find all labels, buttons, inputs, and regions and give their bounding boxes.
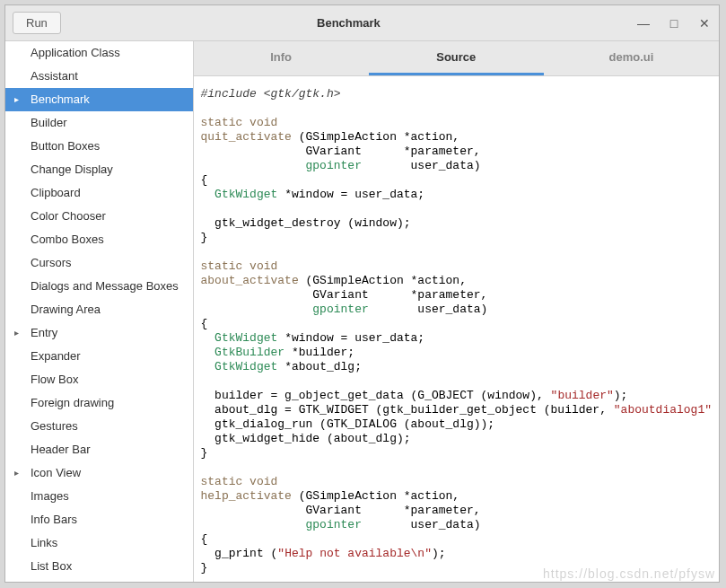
sidebar-item-label: Entry [31, 326, 57, 339]
code-keyword: static void [201, 116, 278, 129]
tab-bar: InfoSourcedemo.ui [194, 41, 720, 76]
demo-list[interactable]: Application ClassAssistant▸BenchmarkBuil… [5, 41, 194, 582]
code-brace: { [201, 532, 208, 546]
code-text: g_print ( [201, 547, 278, 560]
sidebar-item-label: Change Display [31, 162, 113, 176]
sidebar-item-label: Drawing Area [31, 303, 101, 316]
sidebar-item-label: Icon View [31, 466, 81, 479]
sidebar-item-label: Gestures [31, 419, 78, 433]
code-type: gpointer [201, 518, 362, 531]
sidebar-item-gestures[interactable]: Gestures [5, 415, 193, 438]
sidebar-item-label: Builder [31, 116, 66, 129]
code-type: GtkWidget [201, 360, 278, 373]
close-icon[interactable]: ✕ [697, 16, 712, 31]
code-func-about: about_activate [201, 274, 299, 287]
expand-icon: ▸ [14, 465, 19, 481]
code-text: about_dlg = GTK_WIDGET (gtk_builder_get_… [201, 403, 614, 417]
code-text: (GSimpleAction *action, [299, 274, 467, 287]
code-type: GtkWidget [201, 331, 278, 345]
sidebar-item-links[interactable]: Links [5, 531, 193, 555]
sidebar-item-menus[interactable]: Menus [5, 578, 193, 582]
minimize-icon[interactable]: — [636, 16, 651, 31]
sidebar-item-label: Links [31, 536, 57, 549]
sidebar-item-flow-box[interactable]: Flow Box [5, 368, 193, 391]
code-type: GtkBuilder [201, 346, 285, 359]
sidebar-item-label: Combo Boxes [31, 233, 104, 246]
sidebar-item-label: Color Chooser [31, 209, 106, 223]
sidebar-item-label: Expander [31, 349, 81, 363]
sidebar-item-label: Cursors [31, 256, 72, 269]
code-keyword: static void [201, 475, 278, 488]
code-string: "aboutdialog1" [614, 403, 712, 417]
code-keyword: static void [201, 259, 278, 273]
code-text: user_data) [362, 518, 481, 531]
expand-icon: ▸ [14, 325, 19, 341]
code-brace: { [201, 173, 208, 187]
app-window: Run Benchmark — □ ✕ Application ClassAss… [4, 4, 720, 583]
sidebar-item-label: Assistant [31, 69, 78, 83]
sidebar-item-drawing-area[interactable]: Drawing Area [5, 298, 193, 321]
window-controls: — □ ✕ [636, 16, 712, 31]
sidebar-item-label: Header Bar [31, 443, 90, 456]
sidebar-item-expander[interactable]: Expander [5, 345, 193, 368]
sidebar-item-button-boxes[interactable]: Button Boxes [5, 135, 193, 158]
code-text: GVariant *parameter, [201, 145, 481, 158]
code-string: "builder" [551, 389, 614, 402]
sidebar-item-clipboard[interactable]: Clipboard [5, 181, 193, 205]
code-brace: { [201, 317, 208, 330]
sidebar-item-images[interactable]: Images [5, 485, 193, 508]
code-brace: } [201, 446, 208, 460]
code-include: #include <gtk/gtk.h> [201, 87, 341, 101]
code-text: ); [432, 547, 446, 560]
code-text: *window = user_data; [277, 331, 424, 345]
sidebar-item-entry[interactable]: ▸Entry [5, 321, 193, 345]
sidebar-item-label: Foreign drawing [31, 396, 114, 409]
code-text: *builder; [284, 346, 354, 359]
content-area: Application ClassAssistant▸BenchmarkBuil… [5, 41, 719, 582]
code-func-quit: quit_activate [201, 130, 292, 144]
sidebar-item-info-bars[interactable]: Info Bars [5, 508, 193, 531]
window-title: Benchmark [61, 16, 636, 30]
sidebar-item-label: Button Boxes [31, 139, 100, 153]
sidebar-item-assistant[interactable]: Assistant [5, 65, 193, 88]
code-text: GVariant *parameter, [201, 504, 481, 517]
sidebar-item-label: Benchmark [31, 92, 90, 106]
sidebar-item-builder[interactable]: Builder [5, 111, 193, 135]
code-text: (GSimpleAction *action, [292, 489, 459, 503]
sidebar-item-label: Dialogs and Message Boxes [31, 279, 179, 293]
sidebar-item-foreign-drawing[interactable]: Foreign drawing [5, 391, 193, 415]
sidebar-item-dialogs-and-message-boxes[interactable]: Dialogs and Message Boxes [5, 275, 193, 298]
code-string: "Help not available\n" [277, 547, 432, 560]
sidebar-item-benchmark[interactable]: ▸Benchmark [5, 88, 193, 111]
code-text: *about_dlg; [277, 360, 362, 373]
tab-info[interactable]: Info [194, 41, 369, 75]
tab-source[interactable]: Source [369, 41, 544, 75]
code-text: gtk_dialog_run (GTK_DIALOG (about_dlg)); [201, 417, 495, 431]
maximize-icon[interactable]: □ [667, 16, 681, 31]
sidebar-item-application-class[interactable]: Application Class [5, 41, 193, 65]
sidebar-item-cursors[interactable]: Cursors [5, 251, 193, 275]
run-button[interactable]: Run [13, 12, 61, 34]
code-text: gtk_widget_hide (about_dlg); [201, 432, 411, 445]
code-text: gtk_widget_destroy (window); [201, 216, 411, 230]
sidebar-item-label: Clipboard [31, 186, 81, 199]
sidebar-item-header-bar[interactable]: Header Bar [5, 438, 193, 461]
sidebar-item-list-box[interactable]: List Box [5, 555, 193, 578]
sidebar-item-combo-boxes[interactable]: Combo Boxes [5, 228, 193, 251]
code-type: GtkWidget [201, 188, 278, 201]
code-type: gpointer [201, 159, 362, 172]
code-text: *window = user_data; [277, 188, 424, 201]
sidebar-item-label: List Box [31, 559, 72, 573]
code-brace: } [201, 231, 208, 244]
code-text: (GSimpleAction *action, [292, 130, 459, 144]
sidebar-item-color-chooser[interactable]: Color Chooser [5, 205, 193, 228]
tab-demo-ui[interactable]: demo.ui [544, 41, 719, 75]
sidebar-item-icon-view[interactable]: ▸Icon View [5, 461, 193, 485]
sidebar-item-change-display[interactable]: Change Display [5, 158, 193, 181]
source-view[interactable]: #include <gtk/gtk.h> static void quit_ac… [194, 76, 720, 582]
sidebar-item-label: Info Bars [31, 513, 77, 526]
code-func-help: help_activate [201, 489, 292, 503]
expand-icon: ▸ [14, 92, 19, 108]
code-text: user_data) [362, 159, 481, 172]
code-text: user_data) [369, 303, 488, 316]
